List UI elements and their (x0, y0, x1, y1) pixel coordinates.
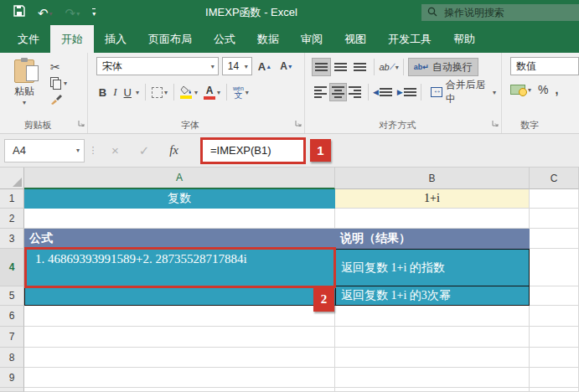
increase-font-button[interactable]: A▲ (256, 60, 274, 73)
cell-B7[interactable] (335, 327, 530, 348)
number-format-combo[interactable]: 数值 (510, 57, 579, 75)
row-header-9[interactable]: 9 (0, 368, 24, 388)
customize-qat-icon[interactable]: ▾ (92, 8, 96, 18)
accounting-format-button[interactable]: ▾ (510, 85, 531, 95)
row-header-1[interactable]: 1 (0, 189, 24, 209)
top-align-button[interactable] (312, 58, 331, 76)
redo-icon[interactable]: ↷▾ (65, 7, 80, 19)
select-all-corner[interactable] (0, 168, 24, 189)
cell-A7[interactable] (24, 327, 335, 348)
copy-dropdown-icon[interactable]: ▾ (64, 80, 67, 87)
column-header-c[interactable]: C (530, 168, 579, 189)
cell-C4[interactable] (530, 249, 579, 286)
tab-view[interactable]: 视图 (333, 25, 377, 53)
cell-B6[interactable] (335, 306, 530, 327)
name-box-dropdown-icon[interactable]: ▾ (76, 147, 80, 154)
row-header-5[interactable]: 5 (0, 286, 24, 306)
cell-A4-active[interactable]: 1. 46869393991589+2. 28735528717884i (24, 249, 335, 286)
formula-input[interactable]: =IMEXP(B1) (200, 137, 306, 164)
cell-C2[interactable] (530, 209, 579, 229)
cell-C7[interactable] (530, 327, 579, 348)
cell-C1[interactable] (530, 189, 579, 209)
column-header-b[interactable]: B (335, 168, 530, 189)
row-header-7[interactable]: 7 (0, 327, 24, 348)
cell-A2[interactable] (24, 209, 335, 229)
cell-B9[interactable] (335, 368, 530, 388)
increase-indent-button[interactable]: ▶ (397, 88, 416, 96)
cell-A8[interactable] (24, 348, 335, 368)
wrap-text-button[interactable]: ab↵ 自动换行 (408, 58, 478, 76)
merge-center-button[interactable]: 合并后居中 ▾ (426, 83, 501, 101)
row-header-6[interactable]: 6 (0, 306, 24, 327)
bottom-align-button[interactable] (350, 58, 370, 76)
accounting-dropdown-icon[interactable]: ▾ (528, 86, 531, 94)
align-center-button[interactable] (329, 83, 347, 101)
tab-developer[interactable]: 开发工具 (377, 25, 442, 53)
cell-A3[interactable]: 公式 (24, 229, 335, 249)
tab-formulas[interactable]: 公式 (203, 25, 246, 53)
tab-home[interactable]: 开始 (50, 25, 94, 53)
name-box[interactable]: A4 ▾ (4, 139, 85, 162)
column-header-a[interactable]: A (24, 168, 335, 189)
cell-A9[interactable] (24, 368, 335, 388)
fill-color-button[interactable] (180, 85, 193, 99)
decrease-font-button[interactable]: A▼ (277, 60, 296, 72)
cell-C5[interactable] (530, 286, 579, 306)
align-left-button[interactable] (312, 83, 328, 101)
cell-B1[interactable]: 1+i (335, 189, 530, 209)
cell-B4[interactable]: 返回复数 1+i 的指数 (335, 249, 530, 286)
cell-A6[interactable] (24, 306, 335, 327)
paste-dropdown-icon[interactable]: ▾ (23, 99, 26, 106)
cell-C6[interactable] (530, 306, 579, 327)
row-header-8[interactable]: 8 (0, 348, 24, 368)
tab-file[interactable]: 文件 (7, 25, 50, 53)
row-header-4[interactable]: 4 (0, 249, 24, 286)
insert-function-icon[interactable]: fx (169, 143, 178, 157)
font-name-combo[interactable]: 宋体 ▾ (96, 57, 219, 75)
cell-A5[interactable] (24, 286, 335, 306)
cell-B5[interactable]: 返回复数 1+i 的3次幂 (335, 286, 530, 306)
save-icon[interactable] (13, 5, 25, 20)
merge-dropdown-icon[interactable]: ▾ (493, 89, 496, 96)
cell-C9[interactable] (530, 368, 579, 388)
phonetic-guide-button[interactable]: wén 文 (233, 85, 244, 100)
italic-button[interactable]: I (111, 85, 119, 99)
phonetic-dropdown-icon[interactable]: ▾ (246, 89, 249, 96)
borders-dropdown-icon[interactable]: ▾ (164, 89, 168, 96)
font-color-button[interactable]: A (204, 85, 215, 100)
clipboard-dialog-launcher[interactable] (78, 116, 85, 131)
cell-A1[interactable]: 复数 (24, 189, 335, 209)
row-header-3[interactable]: 3 (0, 229, 24, 249)
row-header-2[interactable]: 2 (0, 209, 24, 229)
cancel-icon[interactable]: × (111, 143, 119, 157)
copy-button[interactable]: ▾ (50, 77, 67, 90)
undo-icon[interactable]: ↶▾ (38, 7, 53, 19)
font-dialog-launcher[interactable] (295, 116, 302, 131)
alignment-dialog-launcher[interactable] (492, 116, 499, 131)
cell-B8[interactable] (335, 348, 530, 368)
font-size-dropdown-icon[interactable]: ▾ (245, 63, 248, 70)
underline-button[interactable]: U (121, 86, 134, 99)
bold-button[interactable]: B (96, 86, 109, 99)
tab-review[interactable]: 审阅 (290, 25, 333, 53)
decrease-indent-button[interactable]: ◀ (373, 88, 392, 96)
cell-C3[interactable] (530, 229, 579, 249)
row-header-10[interactable] (0, 388, 24, 392)
enter-icon[interactable]: ✓ (139, 143, 150, 158)
middle-align-button[interactable] (331, 58, 350, 76)
align-right-button[interactable] (347, 83, 364, 101)
cell-B2[interactable] (335, 209, 530, 229)
tab-insert[interactable]: 插入 (94, 25, 137, 53)
cell-B3[interactable]: 说明（结果） (335, 229, 530, 249)
font-color-dropdown-icon[interactable]: ▾ (217, 89, 220, 96)
orientation-button[interactable]: ab⟋▾ (379, 62, 398, 72)
search-input[interactable] (442, 6, 560, 19)
format-painter-icon[interactable] (50, 93, 67, 108)
font-size-combo[interactable]: 14 ▾ (222, 57, 252, 75)
font-name-dropdown-icon[interactable]: ▾ (211, 63, 215, 70)
tab-help[interactable]: 帮助 (442, 25, 486, 53)
fill-color-dropdown-icon[interactable]: ▾ (194, 89, 198, 96)
borders-icon[interactable] (152, 87, 163, 98)
tab-page-layout[interactable]: 页面布局 (137, 25, 203, 53)
comma-style-button[interactable]: , (555, 83, 558, 96)
